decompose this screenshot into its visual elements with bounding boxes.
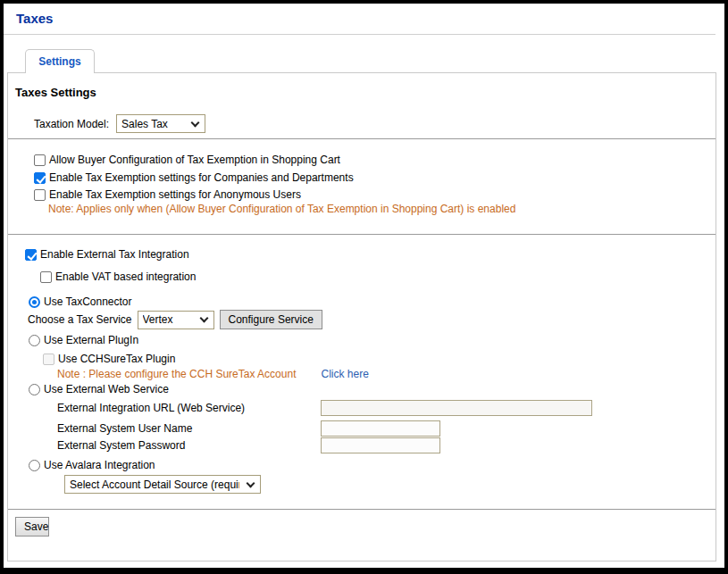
choose-tax-service-label: Choose a Tax Service [28,313,132,326]
cch-click-here-link[interactable]: Click here [321,368,368,380]
enable-external-tax-row: Enable External Tax Integration [25,247,189,262]
title-divider [4,34,715,35]
anonymous-exemption-label: Enable Tax Exemption settings for Anonym… [49,188,301,201]
cch-suretax-row: Use CCHSureTax Plugin [43,352,175,366]
taxation-model-row: Taxation Model: Sales Tax [34,114,205,133]
tax-service-value: Vertex [143,313,193,326]
exemption-option-row: Allow Buyer Configuration of Tax Exempti… [34,153,340,167]
avalara-radio-row: Use Avalara Integration [29,458,155,472]
enable-vat-checkbox[interactable] [40,271,52,283]
external-user-label: External System User Name [57,422,192,435]
taxation-model-select[interactable]: Sales Tax [116,114,205,133]
footer-divider [8,509,715,510]
taxation-model-value: Sales Tax [121,118,184,130]
cch-suretax-checkbox[interactable] [43,354,54,365]
allow-buyer-exemption-label: Allow Buyer Configuration of Tax Exempti… [49,154,340,166]
use-external-plugin-radio[interactable] [29,335,40,346]
use-avalara-label: Use Avalara Integration [44,459,155,471]
cch-note: Note : Please configure the CCH SureTax … [57,368,296,380]
taxes-settings-page: Taxes Settings Taxes Settings Taxation M… [0,0,728,574]
external-url-row: External Integration URL (Web Service) [57,400,245,416]
tab-settings-label: Settings [38,55,80,68]
allow-buyer-exemption-checkbox[interactable] [34,154,46,166]
external-url-label: External Integration URL (Web Service) [57,402,245,414]
chevron-down-icon [199,314,208,323]
cch-note-row: Note : Please configure the CCH SureTax … [57,367,369,381]
enable-vat-row: Enable VAT based integration [40,270,196,284]
external-password-row: External System Password [57,437,185,453]
external-password-input[interactable] [321,437,440,453]
chevron-down-icon [247,478,255,487]
external-user-input[interactable] [321,420,440,437]
section-divider [8,234,715,235]
companies-exemption-label: Enable Tax Exemption settings for Compan… [49,171,354,184]
use-taxconnector-label: Use TaxConnector [44,295,132,308]
tax-service-select[interactable]: Vertex [138,311,214,329]
configure-service-button[interactable]: Configure Service [220,310,322,329]
section-divider [8,138,715,139]
enable-external-tax-checkbox[interactable] [25,249,37,261]
choose-tax-service-row: Choose a Tax Service Vertex Configure Se… [28,310,322,329]
external-user-row: External System User Name [57,420,192,437]
external-plugin-radio-row: Use External PlugIn [29,333,138,347]
exemption-note: Note: Applies only when (Allow Buyer Con… [48,202,515,215]
section-heading: Taxes Settings [15,86,96,99]
anonymous-exemption-checkbox[interactable] [34,189,46,201]
use-external-plugin-label: Use External PlugIn [44,334,138,346]
taxconnector-radio-row: Use TaxConnector [29,295,132,309]
tab-settings[interactable]: Settings [25,49,95,73]
exemption-option-row: Enable Tax Exemption settings for Anonym… [34,187,301,202]
taxation-model-label: Taxation Model: [34,118,109,130]
cch-suretax-label: Use CCHSureTax Plugin [58,353,175,365]
avalara-source-value: Select Account Detail Source (required) [70,478,239,491]
external-password-label: External System Password [57,439,185,452]
companies-exemption-checkbox[interactable] [34,172,46,184]
avalara-source-select[interactable]: Select Account Detail Source (required) [64,475,261,494]
page-title: Taxes [16,11,53,26]
use-external-ws-label: Use External Web Service [44,383,169,395]
enable-vat-label: Enable VAT based integration [55,270,196,283]
chevron-down-icon [191,118,200,127]
exemption-option-row: Enable Tax Exemption settings for Compan… [34,171,354,185]
avalara-source-row: Select Account Detail Source (required) [64,475,261,494]
settings-panel: Taxes Settings Taxation Model: Sales Tax… [7,72,716,562]
use-external-ws-radio[interactable] [29,384,40,395]
external-url-input[interactable] [321,400,592,416]
save-button[interactable]: Save [15,517,49,537]
enable-external-tax-label: Enable External Tax Integration [40,248,189,261]
use-avalara-radio[interactable] [29,460,40,471]
external-ws-radio-row: Use External Web Service [29,382,169,396]
use-taxconnector-radio[interactable] [29,296,40,308]
